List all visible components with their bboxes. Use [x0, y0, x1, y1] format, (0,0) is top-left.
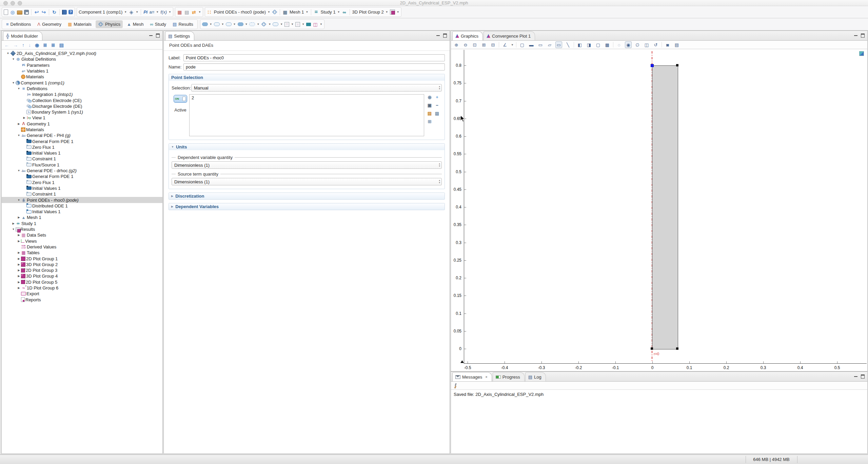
collapse-arrow-icon[interactable]: ▼ — [17, 134, 21, 137]
node-text-icon[interactable]: ▤ — [59, 42, 64, 48]
build-physics-button[interactable] — [272, 9, 277, 15]
expand-arrow-icon[interactable]: ▶ — [17, 122, 21, 125]
collapse-arrow-icon[interactable]: ▼ — [11, 228, 16, 231]
move-down-icon[interactable]: ↓ — [28, 42, 31, 48]
add-physics-button[interactable] — [207, 9, 212, 15]
plot-settings-icon[interactable] — [859, 51, 864, 56]
print-icon[interactable]: ▤ — [673, 41, 680, 48]
selection-list[interactable]: 2 — [189, 94, 424, 136]
tab-settings[interactable]: Settings — [165, 31, 194, 40]
add-material-button[interactable] — [177, 9, 182, 15]
collapse-arrow-icon[interactable]: ▼ — [17, 199, 21, 202]
tree-node[interactable]: Export — [2, 291, 162, 297]
tree-node[interactable]: General Form PDE 1 — [2, 174, 162, 179]
update-solution-button[interactable] — [52, 9, 57, 15]
tree-node[interactable]: Variables 1 — [2, 68, 162, 74]
tab-log[interactable]: Log — [525, 372, 546, 381]
geometry-rectangle[interactable] — [652, 65, 678, 349]
clear-selection-icon[interactable]: ▨ — [434, 110, 440, 116]
tree-node[interactable]: ▶2D Plot Group 1 — [2, 256, 162, 261]
domains-node-button[interactable]: ▼ — [202, 22, 212, 26]
expand-arrow-icon[interactable]: ▶ — [17, 216, 21, 219]
tree-node[interactable]: ▼Component 1(comp1) — [2, 80, 162, 85]
expand-arrow-icon[interactable]: ▶ — [17, 286, 21, 289]
tree-node[interactable]: Reports — [2, 297, 162, 302]
attributes-down-button[interactable]: ▼ — [295, 22, 304, 27]
collapse-arrow-icon[interactable]: ▼ — [6, 52, 10, 55]
tab-physics[interactable]: Physics — [96, 20, 123, 28]
tab-messages[interactable]: Messages × — [452, 372, 492, 381]
variables-button[interactable]: a=▼ — [149, 9, 159, 15]
tree-node[interactable]: ▶3D Plot Group 4 — [2, 273, 162, 279]
tab-study[interactable]: ∞Study — [148, 20, 169, 28]
vertex-point[interactable] — [676, 64, 678, 66]
tree-node[interactable]: Zero Flux 1 — [2, 180, 162, 185]
discretization-header[interactable]: ▶ Discretization — [169, 193, 445, 199]
zoom-to-selection-icon[interactable]: ⊞ — [427, 119, 432, 124]
expand-arrow-icon[interactable]: ▶ — [17, 251, 21, 254]
expand-all-icon[interactable]: ≣ — [51, 42, 55, 48]
open-file-button[interactable] — [17, 9, 22, 15]
add-mesh-button[interactable] — [282, 9, 288, 15]
minimize-panel-icon[interactable] — [854, 35, 857, 36]
expand-arrow-icon[interactable]: ▶ — [17, 257, 21, 260]
tree-node[interactable]: ▼Definitions — [2, 86, 162, 92]
redo-button[interactable] — [41, 9, 46, 15]
edges-node-button[interactable]: ▼ — [238, 22, 248, 26]
tree-node[interactable]: ▼2D_Axis_Cylindrical_ESP_V2.mph(root) — [2, 51, 162, 56]
tree-node[interactable]: ▶Data Sets — [2, 232, 162, 238]
compute-button[interactable] — [314, 9, 319, 15]
tree-node[interactable]: ▶Tables — [2, 250, 162, 256]
minimize-panel-icon[interactable] — [149, 35, 153, 36]
deselect-all-icon[interactable]: ▩ — [604, 41, 611, 48]
default-view-icon[interactable]: ∠ — [501, 41, 508, 48]
tree-node[interactable]: Distributed ODE 1 — [2, 203, 162, 209]
tree-node[interactable]: ▼Point ODEs - rhoc0(pode) — [2, 197, 162, 203]
tree-node[interactable]: ▶2D Plot Group 5 — [2, 279, 162, 285]
hide-selected-icon[interactable]: ∅ — [634, 41, 641, 48]
minimize-panel-icon[interactable] — [854, 376, 857, 377]
face-color-icon[interactable]: ▭ — [537, 41, 544, 48]
tab-geometry[interactable]: ΛGeometry — [35, 20, 64, 28]
maximize-panel-icon[interactable] — [156, 34, 160, 38]
tab-graphics[interactable]: Graphics — [452, 31, 483, 40]
image-effects-icon[interactable]: ▢ — [519, 41, 526, 48]
tab-materials[interactable]: ▦Materials — [65, 20, 94, 28]
collapse-arrow-icon[interactable]: ▼ — [11, 58, 16, 61]
snapshot-icon[interactable]: ◙ — [664, 41, 671, 48]
tree-node[interactable]: ▼Results — [2, 226, 162, 232]
undo-button[interactable] — [34, 9, 39, 15]
go-forward-icon[interactable]: → — [13, 42, 18, 48]
tab-mesh[interactable]: ▲Mesh — [124, 20, 146, 28]
expand-arrow-icon[interactable]: ▶ — [11, 222, 16, 225]
tree-node[interactable]: Flux/Source 1 — [2, 162, 162, 168]
copy-selection-icon[interactable]: ▣ — [427, 102, 432, 108]
collapse-arrow-icon[interactable]: ▼ — [11, 81, 16, 84]
tree-node[interactable]: ▶Study 1 — [2, 221, 162, 226]
tree-node[interactable]: Initial Values 1 — [2, 150, 162, 156]
boundaries-node-button[interactable]: ▼ — [214, 22, 224, 26]
show-icon[interactable]: ◉ — [35, 42, 39, 48]
tree-node[interactable]: Constraint 1 — [2, 191, 162, 197]
collapse-arrow-icon[interactable]: ▼ — [17, 87, 21, 90]
clear-messages-icon[interactable] — [453, 383, 458, 388]
tree-node[interactable]: Initial Values 1 — [2, 185, 162, 191]
multiphysics-button[interactable]: ▼ — [313, 22, 322, 27]
parameters-button[interactable]: Pi — [143, 9, 147, 15]
minimize-panel-icon[interactable] — [436, 35, 440, 36]
reset-hiding-icon[interactable]: ↺ — [652, 41, 659, 48]
go-back-icon[interactable]: ← — [4, 42, 9, 48]
selection-dropdown[interactable]: Manual ▴▾ — [191, 84, 442, 92]
expand-arrow-icon[interactable]: ▶ — [17, 263, 21, 266]
zoom-in-icon[interactable]: ⊕ — [453, 41, 460, 48]
tree-node[interactable]: ▼General PDE - drhoc(g2) — [2, 168, 162, 174]
zoom-extents-icon[interactable]: ⊞ — [480, 41, 487, 48]
tab-results[interactable]: ▤Results — [170, 20, 196, 28]
collapse-all-icon[interactable]: ≣ — [43, 42, 47, 48]
label-input[interactable]: Point ODEs - rhoc0 — [183, 54, 445, 61]
clip-line-icon[interactable]: ╲ — [565, 41, 571, 48]
fill-color-icon[interactable]: ▬ — [528, 41, 535, 48]
zoom-out-icon[interactable]: ⊖ — [462, 41, 469, 48]
tree-node[interactable]: Materials — [2, 127, 162, 133]
scene-front-icon[interactable]: ◧ — [576, 41, 583, 48]
